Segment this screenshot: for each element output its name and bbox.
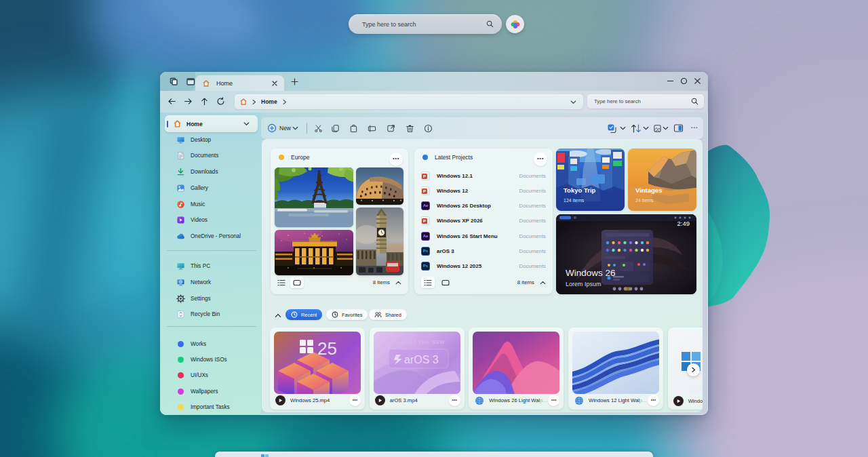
svg-text:25: 25: [317, 338, 337, 359]
svg-text:arOS 3: arOS 3: [404, 354, 439, 365]
svg-text:MEET THE NEW: MEET THE NEW: [401, 340, 445, 344]
